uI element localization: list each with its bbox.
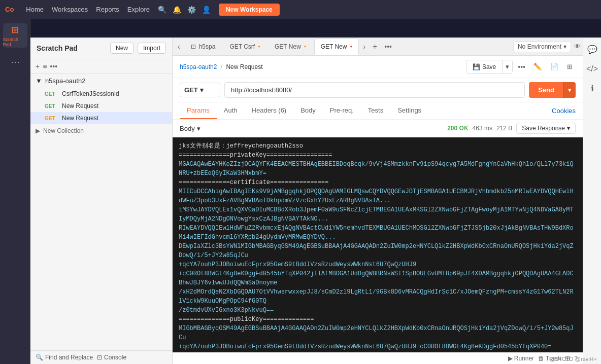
tab-pre-req[interactable]: Pre-req. xyxy=(323,102,361,119)
user-avatar[interactable]: 👤 xyxy=(202,6,211,14)
tab-get-new-1[interactable]: GET New ● xyxy=(268,39,313,55)
collections-icon: ⊞ xyxy=(11,24,19,35)
breadcrumb-link[interactable]: h5spa-oauth2 xyxy=(180,63,217,70)
search-icon[interactable]: 🔍 xyxy=(158,6,166,14)
settings-icon[interactable]: ⚙️ xyxy=(187,6,196,14)
breadcrumb-separator: / xyxy=(221,63,222,70)
nav-explore[interactable]: Explore xyxy=(127,6,150,13)
tab-label: GET Csrf xyxy=(229,43,255,50)
tab-auth[interactable]: Auth xyxy=(217,102,245,119)
terminal-line: RIwEAYDVQQIEwlHdWFuZ2RvbmcxEjAQgNVBActCU… xyxy=(179,224,577,242)
collection-group-header[interactable]: ▼ h5spa-oauth2 xyxy=(30,74,172,88)
save-dropdown-button[interactable]: ▾ xyxy=(502,60,512,73)
sort-icon[interactable]: ≡ xyxy=(43,62,47,70)
collection-group: ▼ h5spa-oauth2 GET CsrfTokenJSessionId G… xyxy=(30,74,172,124)
right-icon-bar: 💬 </> ℹ xyxy=(583,38,601,364)
list-item[interactable]: GET CsrfTokenJSessionId xyxy=(30,88,172,100)
more-options-button[interactable]: ••• xyxy=(515,61,528,72)
url-input[interactable] xyxy=(224,82,525,98)
sidebar-item-collections[interactable]: ⊞ Scratch Pad xyxy=(3,23,27,48)
save-btn-group: 💾 Save ▾ xyxy=(466,60,513,74)
console-label: Console xyxy=(104,354,126,361)
save-button[interactable]: 💾 Save xyxy=(466,61,502,73)
tab-params[interactable]: Params xyxy=(180,102,217,119)
find-replace-btn[interactable]: 🔍 Find and Replace xyxy=(36,354,93,361)
environment-selector[interactable]: No Environment ▾ xyxy=(513,41,571,52)
sidebar-collections-label: Scratch Pad xyxy=(3,37,27,47)
status-badge: 200 OK xyxy=(447,125,468,132)
body-dropdown[interactable]: Body ▾ xyxy=(180,125,201,132)
dot-icon: ● xyxy=(304,44,307,49)
chevron-down-icon: ▾ xyxy=(563,43,566,50)
method-badge-get: GET xyxy=(45,116,59,121)
tab-settings[interactable]: Settings xyxy=(390,102,428,119)
runner-button[interactable]: ▶ Runner xyxy=(508,355,534,362)
tab-prev-button[interactable]: ‹ xyxy=(175,41,183,53)
nav-home[interactable]: Home xyxy=(26,6,44,13)
request-header-actions: 💾 Save ▾ ••• ✏️ 📄 ⊞ xyxy=(466,60,576,74)
console-btn[interactable]: ⊡ Console xyxy=(97,354,126,361)
method-selector[interactable]: GET ▾ xyxy=(180,83,220,97)
edit-button[interactable]: ✏️ xyxy=(530,61,545,72)
right-panel-toggle-button[interactable]: ⊞ xyxy=(564,61,576,72)
request-name: New Request xyxy=(62,115,98,122)
tab-get-csrf[interactable]: GET Csrf ● xyxy=(223,39,267,55)
collections-list: ▼ h5spa-oauth2 GET CsrfTokenJSessionId G… xyxy=(30,74,172,350)
new-workspace-button[interactable]: New Workspace xyxy=(219,4,280,16)
cookies-link[interactable]: Cookies xyxy=(552,107,576,115)
add-tab-button[interactable]: + xyxy=(370,41,380,52)
collection-group-name: h5spa-oauth2 xyxy=(45,77,86,85)
tabs-bar: ‹ ⊡ h5spa GET Csrf ● GET New ● GET New ●… xyxy=(173,38,583,56)
doc-button[interactable]: 📄 xyxy=(547,61,562,72)
search-icon: 🔍 xyxy=(36,354,43,361)
new-collection-item[interactable]: ▶ New Collection xyxy=(30,124,172,137)
env-label: No Environment xyxy=(518,43,561,50)
new-collection-button[interactable]: New xyxy=(110,43,133,54)
nav-reports[interactable]: Reports xyxy=(96,6,119,13)
terminal-line: +qcYA7ouhP3JOBoiwuEcFprx95GemS9tBddlVzsR… xyxy=(179,342,577,351)
env-eye-button[interactable]: 👁 xyxy=(574,43,581,50)
response-size: 212 B xyxy=(496,125,512,132)
tab-next-button[interactable]: › xyxy=(360,41,369,53)
runner-icon: ▶ xyxy=(508,355,513,362)
terminal-line: jks文件别名是：jeffreychengoauth2sso xyxy=(179,141,577,151)
code-icon-button[interactable]: </> xyxy=(583,61,601,77)
tab-h5spa[interactable]: ⊡ h5spa xyxy=(184,39,222,55)
import-button[interactable]: Import xyxy=(138,43,166,54)
chat-icon-button[interactable]: 💬 xyxy=(584,42,600,57)
tab-get-new-2[interactable]: GET New ● xyxy=(314,39,359,55)
top-nav-icons: 🔍 🔔 ⚙️ 👤 xyxy=(158,6,211,14)
response-time: 463 ms xyxy=(473,125,492,132)
terminal-line: +cC0ROt8BWGt4Kg8eKDggFd0545bYfqXP042jITA… xyxy=(179,269,577,287)
main-layout: ⊞ Scratch Pad ⋯ Scratch Pad New Import +… xyxy=(0,19,601,364)
sidebar-item-environments[interactable]: ⋯ xyxy=(3,50,27,74)
method-badge-get: GET xyxy=(45,91,59,97)
new-collection-label: New Collection xyxy=(43,127,84,134)
request-name: CsrfTokenJSessionId xyxy=(62,90,119,97)
save-response-button[interactable]: Save Response ▾ xyxy=(516,123,576,134)
list-item[interactable]: GET New Request xyxy=(30,100,172,112)
list-item-active[interactable]: GET New Request xyxy=(30,112,172,124)
more-tabs-button[interactable]: ••• xyxy=(381,42,395,52)
terminal-line: tMSYwJAYDVQLEx1vQXV0aDIuMCBBdXRob3JpemF0… xyxy=(179,205,577,224)
response-area: Body ▾ 200 OK 463 ms 212 B Save Response… xyxy=(173,120,583,364)
terminal-line: MIGbMBAGByqGSM49AgEGBSuBBAAjA4GGAAQADn2Z… xyxy=(179,324,577,342)
terminal-line: ==============privateKey================… xyxy=(179,151,577,160)
terminal-line: DEwpIaXZlc3BsYWNlMIGbMBAGByqGSM49AgEGBSu… xyxy=(179,242,577,260)
add-folder-icon[interactable]: + xyxy=(36,62,40,70)
response-footer: ▶ Runner 🗑 Trash ⊞ ? xyxy=(173,352,583,364)
more-options-icon[interactable]: ••• xyxy=(50,62,57,70)
request-tabs: Params Auth Headers (6) Body Pre-req. Te… xyxy=(173,102,583,120)
method-badge-get: GET xyxy=(45,103,59,109)
tab-headers[interactable]: Headers (6) xyxy=(245,102,294,119)
tab-tests[interactable]: Tests xyxy=(361,102,390,119)
send-button[interactable]: Send xyxy=(529,82,563,98)
save-response-chevron-icon: ▾ xyxy=(567,125,570,132)
send-dropdown-button[interactable]: ▾ xyxy=(563,82,576,98)
info-icon-button[interactable]: ℹ xyxy=(588,81,597,96)
nav-workspaces[interactable]: Workspaces xyxy=(52,6,88,13)
method-label: GET xyxy=(184,86,198,94)
tab-body[interactable]: Body xyxy=(293,102,323,119)
request-area: ‹ ⊡ h5spa GET Csrf ● GET New ● GET New ●… xyxy=(173,38,583,364)
notification-icon[interactable]: 🔔 xyxy=(173,6,181,14)
